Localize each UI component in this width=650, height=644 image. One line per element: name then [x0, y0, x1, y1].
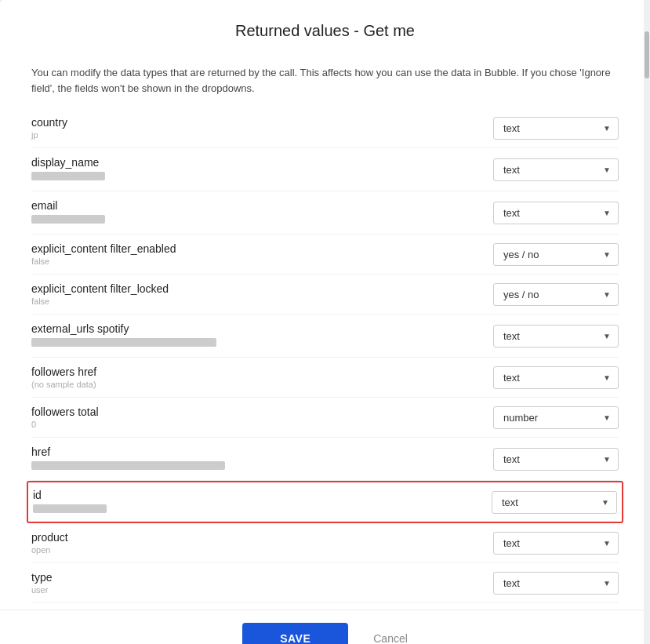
field-type-select-wrapper: textnumberyes / nodateIgnore field▼: [493, 283, 619, 306]
field-row: external_urls spotifyhttps://open.spotif…: [31, 315, 619, 358]
field-type-select[interactable]: textnumberyes / nodateIgnore field: [493, 572, 619, 595]
field-name: followers total: [31, 406, 493, 418]
field-row: productopentextnumberyes / nodateIgnore …: [31, 523, 619, 563]
field-row: explicit_content filter_enabledfalsetext…: [31, 235, 619, 275]
field-sample: false: [31, 257, 493, 266]
field-name: product: [31, 531, 493, 544]
modal-footer: SAVE Cancel: [0, 609, 650, 644]
field-type-select[interactable]: textnumberyes / nodateIgnore field: [493, 532, 619, 555]
field-type-select-wrapper: textnumberyes / nodateIgnore field▼: [493, 243, 619, 266]
field-type-select-wrapper: textnumberyes / nodateIgnore field▼: [493, 325, 619, 347]
field-type-select[interactable]: textnumberyes / nodateIgnore field: [493, 117, 619, 140]
field-type-select-wrapper: textnumberyes / nodateIgnore field▼: [493, 117, 619, 140]
field-sample: ████████████: [31, 215, 105, 224]
field-type-select[interactable]: textnumberyes / nodateIgnore field: [493, 243, 619, 266]
cancel-button[interactable]: Cancel: [373, 632, 408, 644]
modal-header: Returned values - Get me: [0, 0, 650, 53]
field-type-select[interactable]: textnumberyes / nodateIgnore field: [493, 448, 619, 471]
field-row: email████████████textnumberyes / nodateI…: [31, 191, 619, 235]
field-type-select-wrapper: textnumberyes / nodateIgnore field▼: [493, 406, 619, 429]
field-row: explicit_content filter_lockedfalsetextn…: [31, 275, 619, 315]
field-type-select-wrapper: textnumberyes / nodateIgnore field▼: [493, 158, 619, 181]
field-type-select-wrapper: textnumberyes / nodateIgnore field▼: [493, 572, 619, 595]
field-type-select[interactable]: textnumberyes / nodateIgnore field: [493, 158, 619, 181]
field-type-select-wrapper: textnumberyes / nodateIgnore field▼: [493, 366, 619, 389]
field-type-select[interactable]: textnumberyes / nodateIgnore field: [493, 406, 619, 429]
field-type-select-wrapper: textnumberyes / nodateIgnore field▼: [492, 491, 617, 514]
field-name: explicit_content filter_locked: [31, 282, 493, 295]
field-row: followers href(no sample data)textnumber…: [31, 358, 619, 398]
field-type-select[interactable]: textnumberyes / nodateIgnore field: [493, 283, 619, 306]
modal-container: Returned values - Get me You can modify …: [0, 0, 650, 644]
field-type-select-wrapper: textnumberyes / nodateIgnore field▼: [493, 448, 619, 471]
save-button[interactable]: SAVE: [242, 623, 348, 644]
field-sample: https://api.spotify.com/v1/users/███████…: [31, 461, 225, 470]
field-row: id████████████textnumberyes / nodateIgno…: [27, 481, 623, 523]
field-row: hrefhttps://api.spotify.com/v1/users/███…: [31, 438, 619, 481]
field-name: display_name: [31, 156, 493, 169]
field-name: id: [33, 489, 492, 501]
scrollbar-thumb[interactable]: [645, 31, 649, 78]
field-sample: false: [31, 297, 493, 306]
field-name: email: [31, 199, 493, 212]
field-sample: https://open.spotify.com/user/██████████…: [31, 338, 216, 347]
field-row: typeusertextnumberyes / nodateIgnore fie…: [31, 563, 619, 603]
field-name: href: [31, 446, 493, 458]
field-type-select[interactable]: textnumberyes / nodateIgnore field: [493, 325, 619, 347]
field-name: type: [31, 571, 493, 584]
field-sample: ████████████: [31, 172, 105, 180]
field-name: country: [31, 116, 493, 129]
modal-title: Returned values - Get me: [25, 22, 625, 40]
field-row: followers total0textnumberyes / nodateIg…: [31, 398, 619, 438]
field-row: display_name████████████textnumberyes / …: [31, 148, 619, 191]
field-type-select[interactable]: textnumberyes / nodateIgnore field: [493, 202, 619, 224]
modal-description: You can modify the data types that are r…: [0, 53, 650, 102]
field-sample: user: [31, 585, 493, 595]
modal-body: countryjptextnumberyes / nodateIgnore fi…: [0, 102, 650, 609]
field-sample: 0: [31, 420, 493, 429]
field-sample: ████████████: [33, 504, 107, 513]
field-type-select-wrapper: textnumberyes / nodateIgnore field▼: [493, 532, 619, 555]
field-sample: jp: [31, 130, 493, 140]
field-type-select-wrapper: textnumberyes / nodateIgnore field▼: [493, 202, 619, 224]
field-type-select[interactable]: textnumberyes / nodateIgnore field: [492, 491, 617, 514]
field-name: followers href: [31, 366, 493, 378]
field-type-select[interactable]: textnumberyes / nodateIgnore field: [493, 366, 619, 389]
field-name: external_urls spotify: [31, 322, 493, 335]
field-sample: open: [31, 545, 493, 555]
field-row: countryjptextnumberyes / nodateIgnore fi…: [31, 108, 619, 148]
field-name: explicit_content filter_enabled: [31, 242, 493, 255]
scrollbar[interactable]: [644, 0, 650, 644]
field-sample: (no sample data): [31, 380, 493, 389]
